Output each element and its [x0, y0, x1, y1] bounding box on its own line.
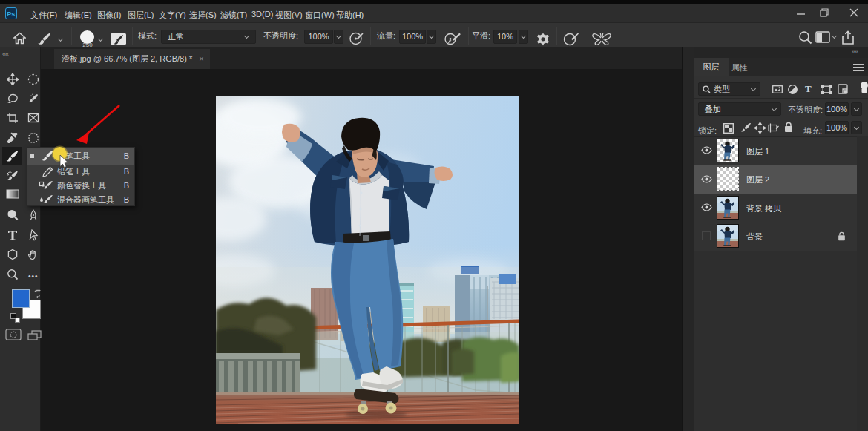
svg-text:Ps: Ps [7, 10, 15, 18]
